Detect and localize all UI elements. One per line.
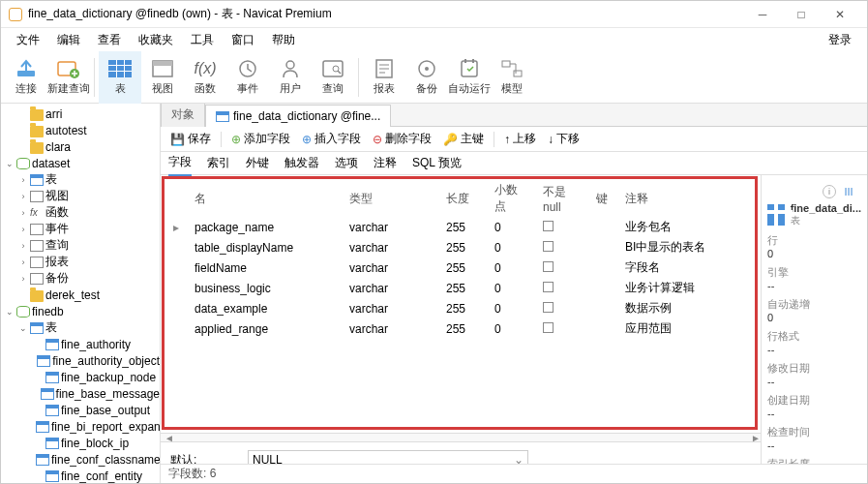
tree-item[interactable]: arri xyxy=(1,106,160,122)
subtab-indexes[interactable]: 索引 xyxy=(207,151,230,175)
prop-val: -- xyxy=(767,408,861,419)
tree-table-fine_authority[interactable]: fine_authority xyxy=(1,336,160,352)
maximize-button[interactable]: □ xyxy=(782,1,821,28)
tool-connection[interactable]: 连接 xyxy=(5,51,47,104)
col-len[interactable]: 长度 xyxy=(438,180,487,217)
col-nnull[interactable]: 不是 null xyxy=(535,180,588,217)
move-down-button[interactable]: ↓下移 xyxy=(544,129,584,149)
subtab-options[interactable]: 选项 xyxy=(335,151,358,175)
field-row[interactable]: data_examplevarchar2550数据示例 xyxy=(165,298,754,318)
svg-rect-5 xyxy=(108,71,132,72)
col-dec[interactable]: 小数点 xyxy=(487,180,535,217)
tool-function[interactable]: f(x)函数 xyxy=(184,51,226,104)
svg-rect-0 xyxy=(17,71,35,76)
subtab-sql[interactable]: SQL 预览 xyxy=(412,151,462,175)
splitter[interactable]: ◄► xyxy=(161,433,761,442)
tool-user[interactable]: 用户 xyxy=(269,51,312,104)
tool-model[interactable]: 模型 xyxy=(491,51,533,104)
minimize-button[interactable]: ─ xyxy=(743,1,782,28)
tree-item[interactable]: ⌄表 xyxy=(1,319,160,336)
col-comment[interactable]: 注释 xyxy=(617,180,754,217)
default-label: 默认: xyxy=(170,452,248,465)
tree-table-fine_bi_report_expand[interactable]: fine_bi_report_expand xyxy=(1,418,160,435)
prop-key: 行 xyxy=(767,233,861,248)
tree-item[interactable]: ›表 xyxy=(1,171,160,188)
menu-bar: 文件 编辑 查看 收藏夹 工具 窗口 帮助 登录 xyxy=(1,28,867,51)
add-field-button[interactable]: ⊕添加字段 xyxy=(227,129,294,149)
tree-table-fine_block_ip[interactable]: fine_block_ip xyxy=(1,435,160,451)
prop-title: fine_data_di... xyxy=(791,202,861,214)
field-grid[interactable]: 名 类型 长度 小数点 不是 null 键 注释 ▸package_nameva… xyxy=(165,180,754,339)
tree-item[interactable]: ›事件 xyxy=(1,221,160,237)
tool-report[interactable]: 报表 xyxy=(363,51,405,104)
delete-field-button[interactable]: ⊖删除字段 xyxy=(369,129,435,149)
field-row[interactable]: table_displayNamevarchar2550BI中显示的表名 xyxy=(165,237,754,257)
subtab-comment[interactable]: 注释 xyxy=(374,151,397,175)
tree-table-fine_conf_classname[interactable]: fine_conf_classname xyxy=(1,451,160,468)
content-tabs: 对象 fine_data_dictionary @fine... xyxy=(161,104,867,127)
menu-window[interactable]: 窗口 xyxy=(224,28,262,52)
primary-key-button[interactable]: 🔑主键 xyxy=(439,129,488,149)
tree-item[interactable]: ›查询 xyxy=(1,237,160,254)
subtab-fk[interactable]: 外键 xyxy=(246,151,269,175)
field-row[interactable]: applied_rangevarchar2550应用范围 xyxy=(165,318,754,339)
prop-val: -- xyxy=(767,439,861,451)
menu-help[interactable]: 帮助 xyxy=(264,28,303,52)
subtab-fields[interactable]: 字段 xyxy=(168,150,192,176)
svg-rect-9 xyxy=(153,61,172,66)
field-grid-highlight: 名 类型 长度 小数点 不是 null 键 注释 ▸package_nameva… xyxy=(165,179,755,427)
insert-field-button[interactable]: ⊕插入字段 xyxy=(298,129,365,149)
tool-query[interactable]: 查询 xyxy=(312,51,354,104)
login-link[interactable]: 登录 xyxy=(821,28,859,52)
tree-item[interactable]: derek_test xyxy=(1,287,160,303)
tool-table[interactable]: 表 xyxy=(99,51,141,104)
tree-item[interactable]: ›报表 xyxy=(1,254,160,270)
field-row[interactable]: ▸package_namevarchar2550业务包名 xyxy=(165,217,754,237)
tab-current-table[interactable]: fine_data_dictionary @fine... xyxy=(205,105,391,127)
subtab-triggers[interactable]: 触发器 xyxy=(284,151,319,175)
tree-item[interactable]: ⌄finedb xyxy=(1,303,160,319)
prop-val: 0 xyxy=(767,248,861,259)
tree-item[interactable]: ›备份 xyxy=(1,270,160,287)
tool-backup[interactable]: 备份 xyxy=(405,51,448,104)
col-key[interactable]: 键 xyxy=(588,180,617,217)
tree-table-fine_conf_entity[interactable]: fine_conf_entity xyxy=(1,468,160,483)
tree-item[interactable]: ›fx函数 xyxy=(1,204,160,221)
save-button[interactable]: 💾保存 xyxy=(166,129,215,149)
menu-file[interactable]: 文件 xyxy=(9,28,47,52)
tree-table-fine_authority_object[interactable]: fine_authority_object xyxy=(1,352,160,369)
default-select[interactable]: NULL xyxy=(248,450,528,464)
tree-table-fine_base_output[interactable]: fine_base_output xyxy=(1,402,160,418)
tree-item[interactable]: clara xyxy=(1,138,160,155)
svg-rect-18 xyxy=(464,59,466,63)
menu-view[interactable]: 查看 xyxy=(90,28,129,52)
tree-item[interactable]: ⌄dataset xyxy=(1,155,160,171)
svg-rect-3 xyxy=(108,60,132,77)
prop-val: -- xyxy=(767,344,861,355)
object-tree[interactable]: arriautotestclara⌄dataset›表›视图›fx函数›事件›查… xyxy=(1,104,161,483)
prop-key: 创建日期 xyxy=(767,393,861,408)
tree-table-fine_backup_node[interactable]: fine_backup_node xyxy=(1,369,160,385)
field-row[interactable]: fieldNamevarchar2550字段名 xyxy=(165,257,754,278)
tab-objects[interactable]: 对象 xyxy=(161,104,205,127)
tree-item[interactable]: ›视图 xyxy=(1,188,160,204)
menu-edit[interactable]: 编辑 xyxy=(49,28,88,52)
menu-tools[interactable]: 工具 xyxy=(183,28,222,52)
status-bar: 字段数: 6 xyxy=(161,464,867,483)
tool-autorun[interactable]: 自动运行 xyxy=(448,51,491,104)
field-row[interactable]: business_logicvarchar2550业务计算逻辑 xyxy=(165,278,754,298)
svg-point-11 xyxy=(286,61,294,69)
window-title: fine_data_dictionary @finedb (own) - 表 -… xyxy=(28,6,332,22)
close-button[interactable]: ✕ xyxy=(821,1,859,28)
move-up-button[interactable]: ↑上移 xyxy=(500,129,540,149)
iii-icon[interactable]: III xyxy=(842,185,855,198)
tree-table-fine_base_message[interactable]: fine_base_message xyxy=(1,385,160,402)
col-name[interactable]: 名 xyxy=(187,180,342,217)
tool-event[interactable]: 事件 xyxy=(226,51,269,104)
tree-item[interactable]: autotest xyxy=(1,122,160,138)
menu-favorites[interactable]: 收藏夹 xyxy=(131,28,181,52)
tool-view[interactable]: 视图 xyxy=(141,51,184,104)
info-icon[interactable]: i xyxy=(823,185,836,198)
tool-new-query[interactable]: 新建查询 xyxy=(47,51,90,104)
col-type[interactable]: 类型 xyxy=(342,180,438,217)
